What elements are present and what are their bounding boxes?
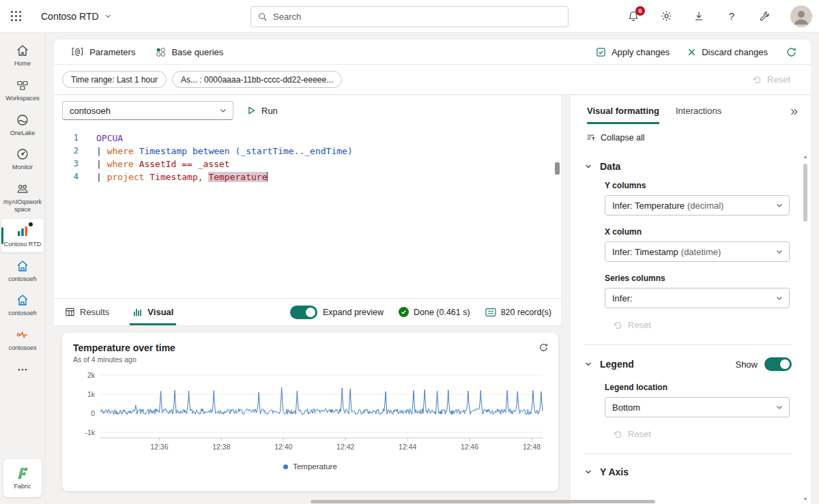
series-columns-dropdown[interactable]: Infer: (605, 288, 790, 308)
collapse-panel-icon[interactable] (789, 107, 799, 117)
chevron-down-icon (584, 468, 592, 476)
code-line: 4| project Timestamp, Temperature (54, 171, 561, 183)
app-title[interactable]: Contoso RTD (41, 11, 112, 22)
data-reset-label: Reset (628, 320, 651, 330)
svg-text:12:46: 12:46 (461, 443, 478, 451)
data-reset-button[interactable]: Reset (613, 320, 811, 330)
workspace-icon (15, 181, 30, 196)
x-column-dropdown[interactable]: Infer: Timestamp (datetime) (605, 241, 790, 262)
run-button[interactable]: Run (246, 105, 278, 116)
apply-changes-label: Apply changes (612, 47, 670, 57)
editor-scrollbar[interactable] (555, 162, 560, 175)
sidebar-item-monitor[interactable]: Monitor (1, 142, 44, 175)
sidebar-item-label: Workspaces (5, 95, 39, 102)
legend-reset-button[interactable]: Reset (613, 429, 811, 439)
run-label: Run (261, 106, 278, 116)
discard-changes-label: Discard changes (702, 47, 768, 57)
code-line: 2| where Timestamp between (_startTime..… (54, 145, 561, 158)
sidebar-item-contosoes[interactable]: contosoes (1, 323, 44, 356)
kql-editor[interactable]: 1OPCUA2| where Timestamp between (_start… (54, 125, 561, 298)
person-icon (790, 5, 812, 27)
sidebar-item-workspaces[interactable]: Workspaces (1, 73, 44, 106)
records-icon (485, 308, 496, 317)
section-yaxis-title: Y Axis (600, 466, 629, 477)
chevron-down-icon (219, 106, 227, 115)
refresh-button[interactable] (786, 46, 797, 58)
app-title-text: Contoso RTD (41, 11, 99, 22)
search-placeholder: Search (273, 12, 301, 22)
search-icon (258, 12, 268, 22)
record-count-label: 820 record(s) (501, 308, 551, 317)
horizontal-scrollbar-thumb[interactable] (311, 500, 655, 503)
legend-location-value: Bottom (612, 402, 640, 413)
more-icon (15, 362, 30, 377)
asset-pill[interactable]: As... : 0000aaaa-11bb-cccc-dd22-eeeee... (172, 71, 342, 88)
eventstream-icon (15, 327, 30, 342)
tab-visual-formatting[interactable]: Visual formatting (587, 106, 659, 124)
panel-scrollbar[interactable]: ▲ ▼ (801, 154, 809, 501)
time-range-pill[interactable]: Time range: Last 1 hour (62, 71, 167, 88)
scroll-up-icon[interactable]: ▲ (801, 154, 809, 159)
sidebar-item-label: contosoeh (8, 276, 37, 283)
tab-interactions[interactable]: Interactions (676, 106, 721, 124)
sidebar-item-label: Monitor (12, 164, 33, 171)
sidebar-item-onelake[interactable]: OneLake (1, 108, 44, 141)
waffle-menu-icon[interactable] (0, 0, 31, 33)
help-icon[interactable]: ? (725, 10, 738, 23)
sidebar-item-myaioqsworkspace[interactable]: myAIOqsworkspace (1, 177, 44, 218)
chart-title: Temperature over time (73, 342, 547, 353)
svg-text:1k: 1k (87, 390, 96, 398)
query-status: Done (0.461 s) (399, 307, 470, 317)
temperature-line-chart[interactable]: 2k1k0-1k12:3612:3812:4012:4212:4412:4612… (73, 368, 547, 456)
y-columns-dropdown[interactable]: Infer: Temperature (decimal) (605, 195, 790, 216)
sidebar-item-home[interactable]: Home (1, 38, 44, 72)
sidebar-item-contosoeh[interactable]: contosoeh (1, 288, 44, 321)
search-input[interactable]: Search (250, 6, 569, 27)
section-yaxis-header[interactable]: Y Axis (571, 466, 811, 477)
svg-text:2k: 2k (87, 371, 96, 379)
parameters-icon: [@] (70, 47, 84, 57)
chart-subtitle: As of 4 minutes ago (73, 355, 547, 364)
filters-reset-label: Reset (767, 74, 790, 85)
sidebar-item-contoso-rtd[interactable]: Contoso RTD (1, 219, 44, 252)
downloads-icon[interactable] (692, 10, 706, 23)
query-bar: contosoeh Run (54, 95, 561, 125)
x-column-value: Infer: Timestamp (612, 247, 678, 257)
notifications-bell-icon[interactable]: 6 (627, 10, 640, 23)
svg-text:12:42: 12:42 (336, 443, 354, 451)
discard-changes-button[interactable]: Discard changes (687, 47, 768, 57)
expand-preview-toggle[interactable] (290, 306, 317, 319)
legend-show-toggle[interactable] (764, 357, 792, 371)
chart-refresh-icon[interactable] (538, 342, 549, 353)
apply-changes-icon (596, 47, 606, 57)
legend-location-dropdown[interactable]: Bottom (605, 397, 790, 417)
horizontal-scrollbar[interactable] (46, 499, 819, 504)
filters-reset-button[interactable]: Reset (752, 74, 790, 85)
fabric-home-button[interactable]: Fabric (3, 459, 42, 497)
table-icon (65, 307, 75, 317)
tab-results[interactable]: Results (62, 299, 112, 325)
notification-dot (29, 222, 33, 226)
tools-icon[interactable] (758, 10, 771, 23)
collapse-all-icon (586, 132, 596, 143)
section-legend-header[interactable]: Legend Show (571, 357, 811, 371)
line-number: 3 (54, 158, 78, 171)
user-avatar[interactable] (790, 5, 812, 27)
apply-changes-button[interactable]: Apply changes (596, 47, 670, 57)
settings-gear-icon[interactable] (659, 10, 673, 23)
database-select[interactable]: contosoeh (62, 101, 233, 120)
sidebar-item-contosoeh[interactable]: contosoeh (1, 254, 44, 287)
parameters-button[interactable]: [@] Parameters (70, 47, 135, 57)
collapse-all-button[interactable]: Collapse all (586, 132, 811, 143)
bar-chart-icon (132, 307, 143, 317)
section-data-header[interactable]: Data (571, 161, 811, 172)
formatting-tabs: Visual formatting Interactions (571, 95, 811, 124)
sidebar-item-more[interactable] (1, 357, 44, 381)
collapse-all-label: Collapse all (601, 133, 645, 143)
close-icon (687, 48, 696, 57)
base-queries-button[interactable]: Base queries (156, 47, 223, 57)
tab-visual[interactable]: Visual (130, 299, 176, 325)
scrollbar-thumb[interactable] (803, 164, 807, 222)
chevron-down-icon (584, 162, 592, 171)
legend-location-label: Legend location (605, 383, 811, 392)
